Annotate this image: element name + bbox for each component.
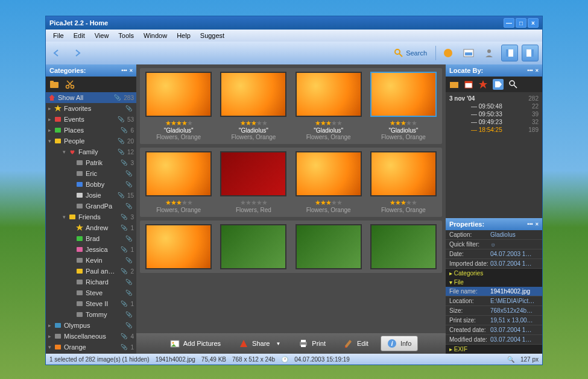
add-pictures-button[interactable]: Add Pictures bbox=[164, 336, 227, 351]
category-item[interactable]: ▸Olympus📎 bbox=[46, 320, 136, 331]
props-close-icon[interactable]: × bbox=[536, 221, 539, 227]
edit-button[interactable]: Edit bbox=[338, 336, 375, 351]
thumbnail-image[interactable] bbox=[220, 72, 286, 117]
toolbar-panel-left-button[interactable] bbox=[501, 45, 518, 61]
thumbnail-image[interactable] bbox=[296, 224, 362, 269]
thumbnail-image[interactable] bbox=[145, 224, 212, 269]
category-item[interactable]: Paul an…📎2 bbox=[46, 266, 136, 277]
category-item[interactable]: Bobby📎 bbox=[46, 179, 136, 190]
panel-close-icon[interactable]: × bbox=[130, 67, 133, 74]
category-item[interactable]: Eric📎 bbox=[46, 168, 136, 179]
expand-icon[interactable]: ▸ bbox=[48, 105, 53, 111]
maximize-button[interactable]: □ bbox=[516, 18, 526, 28]
locate-tag-icon[interactable] bbox=[493, 79, 504, 90]
menu-suggest[interactable]: Suggest bbox=[195, 31, 229, 40]
locate-calendar-icon[interactable] bbox=[464, 80, 473, 89]
category-item[interactable]: ▾Friends📎3 bbox=[46, 211, 136, 222]
menu-file[interactable]: File bbox=[48, 31, 69, 40]
locate-folder-icon[interactable] bbox=[449, 80, 459, 89]
locate-time-row[interactable]: — 09:50:3339 bbox=[448, 110, 540, 118]
category-item[interactable]: ▾Family📎12 bbox=[46, 146, 136, 157]
titlebar[interactable]: PicaJet 2.2 - Home — □ × bbox=[46, 16, 542, 30]
prop-section-file[interactable]: ▾ File bbox=[446, 278, 542, 287]
category-item[interactable]: ▾People📎20 bbox=[46, 136, 136, 146]
locate-options-icon[interactable]: ••• bbox=[527, 67, 533, 74]
thumbnail-image[interactable] bbox=[145, 151, 212, 196]
expand-icon[interactable]: ▸ bbox=[48, 322, 53, 328]
expand-icon[interactable]: ▾ bbox=[48, 138, 53, 144]
menu-window[interactable]: Window bbox=[139, 31, 172, 40]
menu-view[interactable]: View bbox=[90, 31, 114, 40]
prop-date-value[interactable]: 04.07.2003 1… bbox=[490, 251, 539, 257]
locate-close-icon[interactable]: × bbox=[536, 67, 539, 74]
prop-quickfilter-value[interactable]: ☼ bbox=[490, 241, 539, 248]
prop-imported-value[interactable]: 03.07.2004 1… bbox=[490, 260, 539, 267]
category-item[interactable]: Jessica📎1 bbox=[46, 244, 136, 255]
category-item[interactable]: Steve II📎1 bbox=[46, 298, 136, 309]
category-item[interactable]: Josie📎15 bbox=[46, 190, 136, 201]
locate-list[interactable]: 3 nov '04 282 — 09:50:4822— 09:50:3339— … bbox=[446, 92, 542, 218]
share-button[interactable]: Share ▼ bbox=[233, 336, 286, 351]
category-item[interactable]: Kevin📎 bbox=[46, 255, 136, 266]
category-item[interactable]: Show All📎283 bbox=[46, 92, 136, 103]
rating-stars[interactable]: ★★★★★ bbox=[306, 119, 351, 127]
rating-stars[interactable]: ★★★★★ bbox=[381, 119, 426, 127]
prop-section-categories[interactable]: ▸ Categories bbox=[446, 269, 542, 278]
category-item[interactable]: ▸Miscellaneous📎4 bbox=[46, 331, 136, 342]
thumbnail-image[interactable] bbox=[296, 151, 362, 196]
info-button[interactable]: i Info bbox=[381, 336, 418, 351]
expand-icon[interactable]: ▾ bbox=[48, 344, 53, 350]
thumbnail-grid[interactable]: ★★★★★"Gladiolus"Flowers, Orange★★★★★"Gla… bbox=[136, 64, 446, 333]
folder-icon[interactable] bbox=[49, 80, 59, 89]
print-button[interactable]: Print bbox=[292, 336, 332, 351]
locate-star-icon[interactable] bbox=[478, 80, 488, 89]
props-options-icon[interactable]: ••• bbox=[527, 221, 533, 227]
toolbar-wizard-button[interactable] bbox=[440, 45, 457, 61]
search-button[interactable]: Search bbox=[389, 46, 432, 60]
thumbnail-image[interactable] bbox=[220, 151, 286, 196]
category-item[interactable]: Brad📎 bbox=[46, 233, 136, 244]
category-item[interactable]: ▾Orange📎1 bbox=[46, 342, 136, 352]
category-item[interactable]: ▸Events📎53 bbox=[46, 114, 136, 125]
expand-icon[interactable]: ▾ bbox=[63, 149, 68, 155]
prop-section-exif[interactable]: ▸ EXIF bbox=[446, 345, 542, 354]
toolbar-image-button[interactable] bbox=[460, 45, 477, 61]
prop-caption-value[interactable]: Gladiolus bbox=[490, 231, 539, 238]
category-item[interactable]: ▸Favorites📎 bbox=[46, 103, 136, 114]
locate-search-icon[interactable] bbox=[508, 80, 518, 89]
toolbar-panel-right-button[interactable] bbox=[522, 45, 539, 61]
prop-location-value[interactable]: E:\MEDIA\Pict… bbox=[490, 298, 539, 304]
menu-help[interactable]: Help bbox=[172, 31, 195, 40]
prop-filename-value[interactable]: 1941h4002.jpg bbox=[490, 288, 539, 295]
category-item[interactable]: GrandPa📎 bbox=[46, 201, 136, 211]
thumbnail-image[interactable] bbox=[220, 224, 286, 269]
locate-date-row[interactable]: 3 nov '04 282 bbox=[448, 95, 540, 102]
expand-icon[interactable]: ▸ bbox=[48, 333, 53, 339]
rating-stars[interactable]: ★★★★★ bbox=[156, 199, 201, 207]
rating-stars[interactable]: ★★★★★ bbox=[381, 199, 426, 207]
thumbnail-image[interactable] bbox=[370, 151, 437, 196]
category-item[interactable]: Tommy📎 bbox=[46, 309, 136, 320]
rating-stars[interactable]: ★★★★★ bbox=[156, 119, 201, 127]
menu-edit[interactable]: Edit bbox=[69, 31, 90, 40]
thumbnail-image[interactable] bbox=[145, 72, 212, 117]
locate-time-row[interactable]: — 09:50:4822 bbox=[448, 102, 540, 110]
panel-options-icon[interactable]: ••• bbox=[121, 67, 127, 74]
rating-stars[interactable]: ★★★★★ bbox=[231, 119, 276, 127]
prop-size-value[interactable]: 768x512x24b… bbox=[490, 307, 539, 314]
close-button[interactable]: × bbox=[528, 18, 539, 28]
locate-time-row[interactable]: — 18:54:25189 bbox=[448, 126, 540, 134]
rating-stars[interactable]: ★★★★★ bbox=[236, 199, 271, 207]
prop-printsize-value[interactable]: 19,51 x 13,00… bbox=[490, 317, 539, 324]
category-item[interactable]: Patrik📎3 bbox=[46, 157, 136, 168]
category-list[interactable]: Show All📎283▸Favorites📎▸Events📎53▸Places… bbox=[46, 92, 136, 354]
status-zoom-icon[interactable]: 🔍 bbox=[507, 356, 514, 363]
category-item[interactable]: ▸Places📎6 bbox=[46, 125, 136, 136]
forward-button[interactable] bbox=[70, 45, 87, 61]
prop-created-value[interactable]: 03.07.2004 1… bbox=[490, 327, 539, 333]
toolbar-people-button[interactable] bbox=[481, 45, 498, 61]
scissors-icon[interactable] bbox=[65, 80, 75, 89]
thumbnail-image[interactable] bbox=[296, 72, 362, 117]
category-item[interactable]: Richard📎 bbox=[46, 277, 136, 287]
menu-tools[interactable]: Tools bbox=[113, 31, 139, 40]
